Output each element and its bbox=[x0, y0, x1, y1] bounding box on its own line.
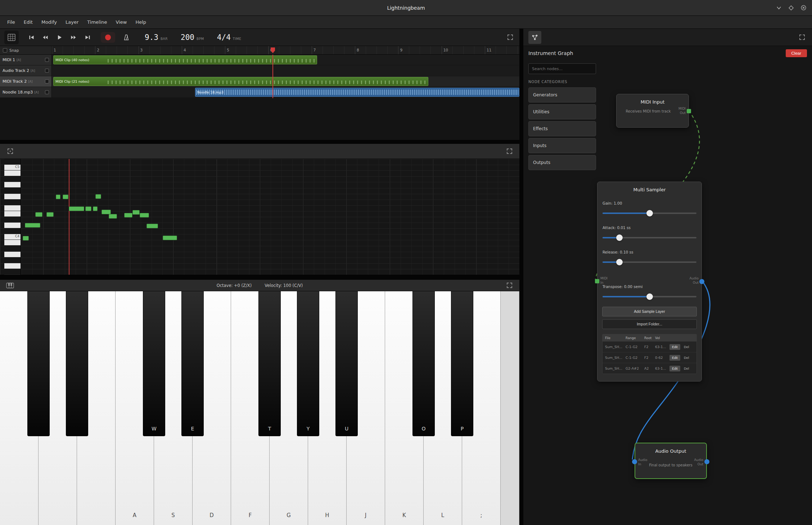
node-audio-output[interactable]: Audio Output Final output to speakers Au… bbox=[635, 443, 707, 479]
white-key-row[interactable] bbox=[4, 263, 21, 269]
white-key-row[interactable] bbox=[4, 252, 21, 257]
black-key-row[interactable] bbox=[4, 159, 21, 165]
black-key[interactable]: U bbox=[335, 291, 358, 436]
black-key[interactable] bbox=[27, 291, 50, 436]
keyboard-expand-icon[interactable] bbox=[504, 280, 514, 291]
maximize-diamond-icon[interactable] bbox=[789, 5, 794, 10]
import-folder-button[interactable]: Import Folder... bbox=[602, 319, 697, 329]
close-icon[interactable] bbox=[801, 5, 806, 10]
black-key-row[interactable] bbox=[4, 176, 21, 182]
track-lane[interactable]: MIDI Clip (21 notes) bbox=[52, 76, 519, 87]
timeline-playhead[interactable] bbox=[272, 55, 273, 98]
pianoroll-expand-icon[interactable] bbox=[504, 146, 514, 156]
category-inputs[interactable]: Inputs bbox=[528, 138, 596, 153]
midi-note[interactable] bbox=[93, 206, 98, 211]
param-slider[interactable] bbox=[603, 210, 696, 217]
black-key-row[interactable] bbox=[4, 217, 21, 223]
white-key-row[interactable] bbox=[4, 240, 21, 246]
midi-note[interactable] bbox=[35, 212, 42, 217]
black-key-row[interactable] bbox=[4, 188, 21, 193]
audio-clip[interactable]: Noodle 18.mp3 bbox=[195, 88, 519, 97]
black-key[interactable]: E bbox=[181, 291, 204, 436]
slider-knob[interactable] bbox=[616, 234, 623, 241]
midi-note[interactable] bbox=[140, 213, 149, 218]
black-key[interactable]: P bbox=[451, 291, 473, 436]
midi-note[interactable] bbox=[109, 214, 117, 219]
audio-out-port[interactable] bbox=[704, 459, 709, 464]
black-key[interactable]: W bbox=[143, 291, 165, 436]
category-generators[interactable]: Generators bbox=[528, 87, 596, 102]
graph-canvas[interactable]: NODE CATEGORIES GeneratorsUtilitiesEffec… bbox=[523, 60, 812, 525]
transpose-slider[interactable] bbox=[603, 293, 696, 300]
black-key-row[interactable] bbox=[4, 257, 21, 263]
category-effects[interactable]: Effects bbox=[528, 121, 596, 136]
play-button[interactable] bbox=[54, 32, 65, 43]
midi-clip[interactable]: MIDI Clip (40 notes) bbox=[53, 55, 317, 64]
menu-item-timeline[interactable]: Timeline bbox=[83, 17, 111, 28]
track-header[interactable]: Noodle 18.mp3[A] bbox=[0, 87, 52, 98]
midi-note[interactable] bbox=[85, 206, 91, 211]
track-lane[interactable] bbox=[52, 65, 519, 76]
category-outputs[interactable]: Outputs bbox=[528, 155, 596, 170]
track-checkbox[interactable] bbox=[45, 69, 49, 73]
white-key-row[interactable] bbox=[4, 170, 21, 176]
track-checkbox[interactable] bbox=[45, 58, 49, 62]
track-lane[interactable]: Noodle 18.mp3 bbox=[52, 87, 519, 98]
film-icon[interactable] bbox=[4, 31, 19, 44]
delete-sample-button[interactable]: Del bbox=[684, 366, 689, 370]
midi-clip[interactable]: MIDI Clip (21 notes) bbox=[53, 77, 428, 86]
pane-divider[interactable] bbox=[519, 29, 523, 525]
ruler[interactable]: 1234567891011 bbox=[52, 46, 519, 55]
pianoroll-grid[interactable]: C5C4 bbox=[0, 159, 519, 275]
track-checkbox[interactable] bbox=[45, 79, 49, 83]
search-input[interactable] bbox=[528, 63, 596, 74]
white-key-row[interactable] bbox=[4, 194, 21, 200]
add-sample-layer-button[interactable]: Add Sample Layer bbox=[602, 307, 697, 316]
white-key-row[interactable]: C4 bbox=[4, 234, 21, 240]
midi-note[interactable] bbox=[132, 210, 140, 215]
menu-item-view[interactable]: View bbox=[112, 17, 131, 28]
audio-out-port[interactable] bbox=[699, 279, 704, 284]
midi-note[interactable] bbox=[56, 195, 60, 199]
piano-icon[interactable] bbox=[5, 280, 15, 291]
black-key-row[interactable] bbox=[4, 228, 21, 234]
midi-note[interactable] bbox=[163, 236, 177, 240]
delete-sample-button[interactable]: Del bbox=[684, 356, 689, 360]
node-midi-input[interactable]: MIDI Input Receives MIDI from track MIDI… bbox=[616, 94, 689, 128]
slider-knob[interactable] bbox=[616, 259, 623, 265]
snap-checkbox[interactable] bbox=[3, 48, 7, 52]
black-key-row[interactable] bbox=[4, 200, 21, 205]
edit-sample-button[interactable]: Edit bbox=[669, 355, 680, 361]
midi-note[interactable] bbox=[95, 194, 101, 199]
timeline-expand-icon[interactable] bbox=[505, 32, 515, 42]
rewind-button[interactable] bbox=[40, 32, 51, 43]
midi-note[interactable] bbox=[23, 236, 29, 241]
white-key-row[interactable] bbox=[4, 211, 21, 217]
clear-button[interactable]: Clear bbox=[786, 49, 807, 57]
edit-sample-button[interactable]: Edit bbox=[669, 344, 680, 350]
black-key-row[interactable] bbox=[4, 269, 21, 275]
fast-forward-button[interactable] bbox=[68, 32, 79, 43]
white-key-row[interactable]: C5 bbox=[4, 165, 21, 170]
midi-note[interactable] bbox=[63, 195, 68, 199]
menu-item-file[interactable]: File bbox=[3, 17, 19, 28]
skip-start-button[interactable] bbox=[26, 32, 37, 43]
white-key-partial[interactable] bbox=[501, 291, 519, 525]
track-header[interactable]: MIDI Track 2[A] bbox=[0, 76, 52, 87]
category-utilities[interactable]: Utilities bbox=[528, 104, 596, 119]
black-key[interactable]: T bbox=[258, 291, 281, 436]
white-key-row[interactable] bbox=[4, 182, 21, 188]
track-checkbox[interactable] bbox=[45, 90, 49, 94]
pianoroll-playhead[interactable] bbox=[69, 159, 69, 275]
record-button[interactable] bbox=[101, 32, 115, 43]
slider-knob[interactable] bbox=[646, 210, 653, 216]
menu-item-layer[interactable]: Layer bbox=[61, 17, 83, 28]
param-slider[interactable] bbox=[603, 234, 696, 241]
black-key[interactable] bbox=[66, 291, 88, 436]
midi-note[interactable] bbox=[124, 213, 132, 218]
audio-in-port[interactable] bbox=[632, 459, 637, 464]
param-slider[interactable] bbox=[603, 259, 696, 266]
track-header[interactable]: MIDI 1[A] bbox=[0, 55, 52, 65]
black-key-row[interactable] bbox=[4, 246, 21, 251]
node-multi-sampler[interactable]: Multi Sampler Gain: 1.00Attack: 0.01 ssR… bbox=[597, 182, 702, 382]
